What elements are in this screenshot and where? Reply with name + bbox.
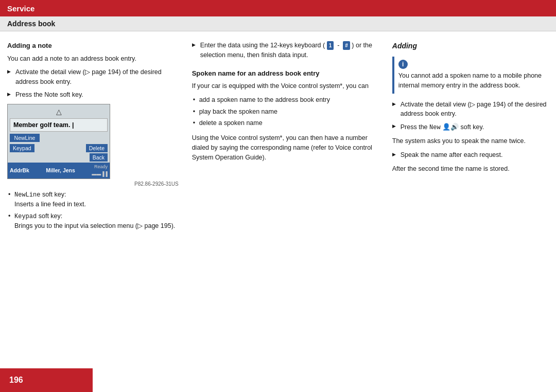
key-1-icon: 1	[327, 41, 334, 50]
person-speak-icon: 👤🔊	[442, 123, 459, 131]
back-button: Back	[90, 153, 108, 162]
right-para-speak: The system asks you to speak the name tw…	[392, 136, 549, 146]
screen-signal-icon: ▬▬▐▐	[92, 171, 108, 178]
col-right: Adding i You cannot add a spoken name to…	[392, 41, 549, 362]
page-number: 196	[9, 376, 23, 385]
voice-control-para: Using the Voice control system*, you can…	[192, 133, 380, 162]
section-title: Address book	[7, 20, 55, 28]
delete-button: Delete	[86, 144, 108, 152]
page-bar: 196	[0, 368, 93, 392]
right-step-speak: Speak the name after each request.	[392, 150, 549, 160]
bullet-add-spoken: add a spoken name to the address book en…	[192, 95, 380, 105]
key-descriptions: NewLine soft key:Inserts a line feed in …	[7, 190, 180, 231]
adding-note-heading: Adding a note	[7, 41, 180, 51]
main-content: Adding a note You can add a note to an a…	[0, 31, 556, 367]
enter-data-step: Enter the data using the 12-keys keyboar…	[192, 41, 380, 60]
screen-caption: P82.86-2926-31US	[7, 180, 180, 188]
spoken-name-heading: Spoken name for an address book entry	[192, 68, 380, 79]
right-para-stored: After the second time the name is stored…	[392, 164, 549, 174]
info-box: i You cannot add a spoken name to a mobi…	[392, 57, 549, 94]
newline-code-label: NewLine	[14, 191, 40, 199]
screen-addrbook-label: AddrBk	[10, 167, 29, 175]
adding-heading: Adding	[392, 41, 549, 51]
right-steps-2: Speak the name after each request.	[392, 150, 549, 160]
info-text: You cannot add a spoken name to a mobile…	[398, 71, 545, 91]
screen-mockup: △ Member golf team. | NewLine Keypad Del…	[7, 104, 110, 180]
header-bar: Service	[0, 0, 556, 16]
keypad-label: soft key:Brings you to the input via sel…	[14, 212, 175, 229]
screen-contact-name: Miller, Jens	[46, 167, 75, 175]
keypad-code-label: Keypad	[14, 213, 37, 220]
step-activate: Activate the detail view (▷ page 194) of…	[7, 67, 180, 87]
screen-status-bar: AddrBk Miller, Jens Ready ▬▬▐▐	[8, 163, 110, 179]
header-title: Service	[7, 4, 34, 13]
right-step-activate: Activate the detail view (▷ page 194) of…	[392, 100, 549, 119]
newline-button: NewLine	[10, 134, 40, 142]
screen-top-bar: △	[8, 104, 110, 118]
col-mid: Enter the data using the 12-keys keyboar…	[192, 41, 380, 362]
newline-desc: NewLine soft key:Inserts a line feed in …	[7, 190, 180, 209]
step-press-note: Press the Note soft key.	[7, 90, 180, 100]
keypad-button: Keypad	[10, 144, 34, 152]
keypad-desc: Keypad soft key:Brings you to the input …	[7, 211, 180, 231]
scroll-arrow-icon: △	[56, 106, 62, 117]
key-hash-icon: #	[343, 41, 350, 50]
screen-text-area: Member golf team. |	[10, 118, 108, 132]
screen-ready-status: Ready	[92, 164, 108, 171]
bullet-playback: play back the spoken name	[192, 107, 380, 117]
right-step-press-new: Press the New 👤🔊 soft key.	[392, 122, 549, 132]
spoken-name-bullets: add a spoken name to the address book en…	[192, 95, 380, 128]
spoken-name-intro: If your car is equipped with the Voice c…	[192, 81, 380, 91]
info-icon: i	[398, 60, 408, 69]
adding-note-steps: Activate the detail view (▷ page 194) of…	[7, 67, 180, 99]
bullet-delete: delete a spoken name	[192, 118, 380, 128]
col-left: Adding a note You can add a note to an a…	[7, 41, 180, 362]
enter-data-item: Enter the data using the 12-keys keyboar…	[192, 41, 380, 60]
right-steps: Activate the detail view (▷ page 194) of…	[392, 100, 549, 133]
adding-note-intro: You can add a note to an address book en…	[7, 54, 180, 64]
section-bar: Address book	[0, 16, 556, 31]
new-code: New	[429, 124, 441, 131]
